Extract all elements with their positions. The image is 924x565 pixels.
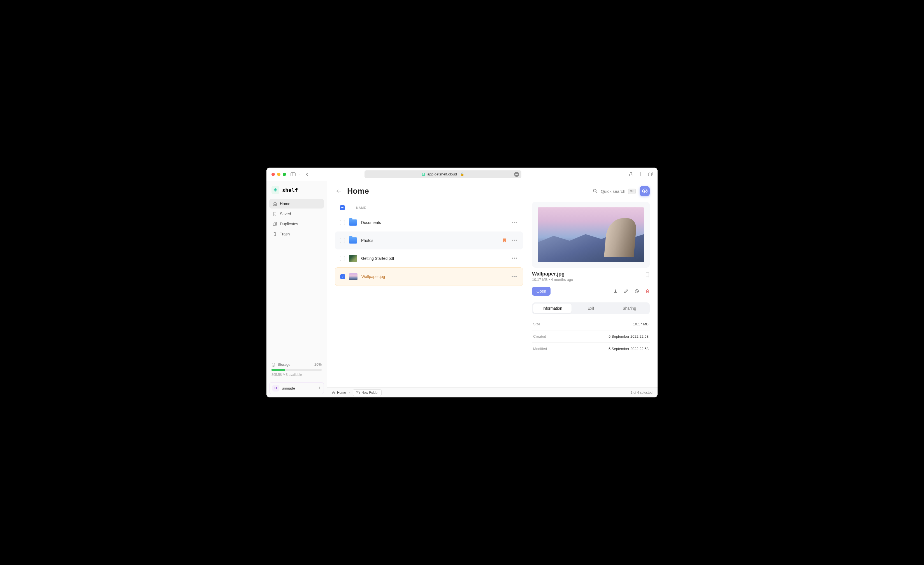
tab-exif[interactable]: Exif — [572, 304, 610, 313]
home-icon — [332, 391, 335, 394]
row-checkbox[interactable] — [340, 274, 345, 279]
site-icon — [422, 173, 425, 176]
duplicates-icon — [273, 222, 277, 226]
app-window: ⌄ app.getshelf.cloud 🔒 ••• — [267, 168, 657, 397]
browser-controls: ⌄ — [291, 172, 309, 176]
bookmark-flag-icon — [503, 238, 506, 243]
trash-icon — [273, 232, 277, 236]
minimize-window-button[interactable] — [277, 173, 280, 176]
selection-count: 1 of 4 selected — [631, 391, 652, 395]
svg-rect-3 — [648, 173, 651, 176]
brand[interactable]: shelf — [269, 185, 324, 199]
row-more-icon[interactable]: ••• — [511, 238, 518, 243]
storage-icon — [272, 363, 275, 367]
share-icon[interactable] — [629, 172, 633, 177]
new-folder-button[interactable]: New Folder — [353, 389, 382, 396]
main-header: Home Quick search ⌘K — [327, 181, 657, 198]
info-value: 10.17 MB — [633, 322, 649, 326]
info-value: 5 September 2022 22:58 — [609, 334, 649, 338]
row-more-icon[interactable]: ••• — [511, 274, 518, 279]
file-row[interactable]: Wallpaper.jpg••• — [335, 267, 523, 286]
open-button[interactable]: Open — [532, 287, 550, 296]
close-window-button[interactable] — [272, 173, 275, 176]
site-menu-icon[interactable]: ••• — [514, 172, 519, 177]
svg-rect-0 — [291, 173, 295, 176]
detail-tabs: Information Exif Sharing — [532, 302, 650, 314]
delete-icon[interactable] — [645, 289, 650, 293]
new-folder-label: New Folder — [362, 391, 378, 395]
file-thumbnail — [349, 273, 357, 280]
row-checkbox[interactable] — [340, 238, 345, 243]
maximize-window-button[interactable] — [283, 173, 286, 176]
move-icon[interactable] — [634, 289, 639, 293]
file-row[interactable]: Getting Started.pdf••• — [335, 249, 523, 267]
info-value: 5 September 2022 22:58 — [609, 347, 649, 351]
sidebar-item-home[interactable]: Home — [269, 199, 324, 209]
user-avatar: U — [272, 385, 279, 392]
main-area: Home Quick search ⌘K — [327, 181, 657, 397]
row-checkbox[interactable] — [340, 256, 345, 261]
file-row[interactable]: Photos••• — [335, 231, 523, 249]
file-name: Wallpaper.jpg — [362, 274, 507, 279]
detail-file-name: Wallpaper.jpg — [532, 271, 573, 277]
storage-fill — [272, 369, 285, 371]
chevron-down-icon[interactable]: ⌄ — [298, 173, 301, 176]
sidebar-toggle-icon[interactable] — [291, 172, 296, 176]
info-label: Created — [533, 334, 546, 338]
file-name: Photos — [361, 238, 499, 243]
file-list: NAME Documents•••Photos•••Getting Starte… — [335, 202, 523, 387]
detail-actions: Open — [532, 287, 650, 296]
detail-file-sub: 10.17 MB • 4 months ago — [532, 278, 573, 282]
select-all-checkbox[interactable] — [340, 205, 345, 210]
info-row: Size10.17 MB — [532, 318, 650, 331]
address-bar[interactable]: app.getshelf.cloud 🔒 ••• — [364, 170, 521, 178]
breadcrumb-home[interactable]: Home — [332, 391, 346, 395]
row-checkbox[interactable] — [340, 220, 345, 225]
upload-button[interactable] — [640, 186, 650, 196]
browser-right-controls — [629, 172, 652, 177]
page-title: Home — [347, 187, 369, 195]
brand-logo-icon — [272, 186, 279, 194]
sidebar-item-label: Trash — [280, 232, 290, 236]
search-shortcut: ⌘K — [628, 189, 636, 194]
user-menu[interactable]: U unmade ▲▼ — [269, 382, 324, 394]
quick-search-button[interactable]: Quick search ⌘K — [593, 189, 636, 194]
sidebar-item-saved[interactable]: Saved — [269, 209, 324, 219]
traffic-lights — [272, 173, 286, 176]
preview-image[interactable] — [538, 207, 644, 262]
browser-back-icon[interactable] — [306, 172, 309, 176]
back-button[interactable] — [335, 187, 343, 195]
row-more-icon[interactable]: ••• — [511, 220, 518, 225]
new-tab-icon[interactable] — [639, 172, 643, 177]
sidebar-item-label: Duplicates — [280, 222, 298, 226]
sidebar-item-duplicates[interactable]: Duplicates — [269, 219, 324, 229]
up-down-chevron-icon: ▲▼ — [318, 387, 321, 389]
folder-icon — [349, 219, 357, 225]
file-name: Getting Started.pdf — [361, 256, 507, 261]
tab-information[interactable]: Information — [533, 304, 572, 313]
home-icon — [273, 201, 277, 206]
sidebar: shelf Home Saved — [267, 181, 327, 397]
address-url: app.getshelf.cloud — [427, 172, 457, 176]
sidebar-item-trash[interactable]: Trash — [269, 229, 324, 239]
folder-plus-icon — [356, 391, 360, 394]
tab-sharing[interactable]: Sharing — [610, 304, 649, 313]
row-more-icon[interactable]: ••• — [511, 256, 518, 261]
storage-widget[interactable]: Storage 26% 395.58 MB available — [269, 360, 324, 379]
info-label: Size — [533, 322, 540, 326]
storage-percent: 26% — [314, 362, 322, 367]
download-icon[interactable] — [613, 289, 618, 293]
app-body: shelf Home Saved — [267, 181, 657, 397]
file-row[interactable]: Documents••• — [335, 213, 523, 231]
bookmark-toggle-icon[interactable] — [645, 271, 650, 278]
storage-label: Storage — [278, 362, 291, 367]
edit-icon[interactable] — [624, 289, 628, 293]
search-label: Quick search — [601, 189, 626, 194]
browser-chrome: ⌄ app.getshelf.cloud 🔒 ••• — [267, 168, 657, 181]
file-name: Documents — [361, 220, 507, 225]
tabs-overview-icon[interactable] — [648, 172, 652, 177]
sidebar-bottom: Storage 26% 395.58 MB available U unmade… — [269, 360, 324, 394]
folder-icon — [349, 237, 357, 243]
breadcrumbs: Home › New Folder — [332, 389, 382, 396]
lock-icon: 🔒 — [460, 172, 464, 176]
